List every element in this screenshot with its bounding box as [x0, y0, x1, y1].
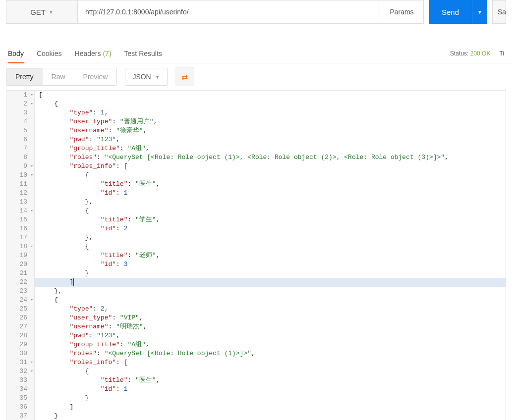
params-button[interactable]: Params [380, 0, 424, 24]
status-value: 200 OK [470, 50, 491, 57]
code-fold-toggle[interactable]: ▾ [29, 207, 33, 215]
chevron-down-icon: ▼ [477, 9, 482, 15]
code-line[interactable]: }, [35, 233, 506, 242]
send-button[interactable]: Send [429, 0, 472, 24]
code-line[interactable]: [ [35, 91, 506, 100]
code-line[interactable]: "type": 2, [35, 305, 506, 314]
line-number: 33 [6, 376, 34, 385]
line-number: 37 [6, 412, 34, 420]
code-line[interactable]: "id": 1 [35, 385, 506, 394]
format-label: JSON [132, 73, 151, 81]
code-line[interactable]: "username": "明瑞杰", [35, 322, 506, 331]
url-input[interactable] [78, 0, 380, 23]
save-button[interactable]: Sa [492, 0, 506, 24]
send-dropdown[interactable]: ▼ [472, 0, 487, 24]
code-line[interactable]: "user_type": "普通用户", [35, 117, 506, 126]
code-line[interactable]: "title": "学生", [35, 215, 506, 224]
tab-headers[interactable]: Headers (7) [75, 44, 112, 63]
code-line[interactable]: { [35, 242, 506, 251]
line-number: 12 [6, 189, 34, 198]
code-line[interactable]: { [35, 367, 506, 376]
line-number: 20 [6, 260, 34, 269]
time-label: Ti [499, 50, 504, 57]
line-number: 6 [6, 135, 34, 144]
line-number: 7 [6, 144, 34, 153]
code-line[interactable]: } [35, 269, 506, 278]
code-fold-toggle[interactable]: ▾ [29, 171, 33, 180]
line-number: 11 [6, 180, 34, 189]
tab-body[interactable]: Body [8, 44, 24, 63]
line-number: 31▾ [6, 358, 34, 367]
wrap-icon: ⇄ [181, 72, 188, 82]
url-input-container [78, 0, 380, 24]
method-select[interactable]: GET ▼ [6, 0, 78, 24]
line-number: 21 [6, 269, 34, 278]
text-cursor [73, 278, 74, 286]
line-number: 4 [6, 117, 34, 126]
line-number: 25 [6, 305, 34, 314]
code-line[interactable]: ] [35, 403, 506, 412]
code-line[interactable]: "roles_info": [ [35, 358, 506, 367]
code-line[interactable]: "pwd": "123", [35, 135, 506, 144]
line-number: 16 [6, 224, 34, 233]
code-line[interactable]: "group_title": "A组", [35, 144, 506, 153]
view-pretty[interactable]: Pretty [6, 68, 43, 85]
code-fold-toggle[interactable]: ▾ [29, 100, 33, 108]
line-number: 19 [6, 251, 34, 260]
code-line[interactable]: ] [35, 278, 506, 287]
code-line[interactable]: { [35, 171, 506, 180]
code-fold-toggle[interactable]: ▾ [29, 162, 33, 171]
code-line[interactable]: "roles": "<QuerySet [<Role: Role object … [35, 153, 506, 162]
tab-cookies[interactable]: Cookies [37, 44, 62, 63]
line-number: 23 [6, 287, 34, 296]
line-number: 30 [6, 349, 34, 358]
status-label: Status: [450, 50, 468, 57]
code-fold-toggle[interactable]: ▾ [29, 367, 33, 376]
code-line[interactable]: }, [35, 287, 506, 296]
code-line[interactable]: }, [35, 198, 506, 207]
code-line[interactable]: { [35, 100, 506, 108]
code-line[interactable]: "id": 3 [35, 260, 506, 269]
line-number: 28 [6, 331, 34, 340]
code-line[interactable]: "title": "医生", [35, 376, 506, 385]
save-label: Sa [498, 8, 506, 16]
line-number: 9▾ [6, 162, 34, 171]
code-line[interactable]: "id": 1 [35, 189, 506, 198]
code-line[interactable]: "group_title": "A组", [35, 340, 506, 349]
code-fold-toggle[interactable]: ▾ [29, 242, 33, 251]
format-select[interactable]: JSON ▼ [125, 68, 167, 86]
code-line[interactable]: "user_type": "VIP", [35, 314, 506, 322]
code-line[interactable]: { [35, 207, 506, 215]
line-number: 3 [6, 108, 34, 117]
line-number: 14▾ [6, 207, 34, 215]
line-number: 5 [6, 126, 34, 135]
code-line[interactable]: "username": "徐豪华", [35, 126, 506, 135]
code-line[interactable]: "pwd": "123", [35, 331, 506, 340]
view-raw[interactable]: Raw [43, 68, 74, 85]
code-line[interactable]: } [35, 412, 506, 420]
line-number: 10▾ [6, 171, 34, 180]
code-line[interactable]: { [35, 296, 506, 305]
response-editor[interactable]: 1▾2▾3456789▾10▾11121314▾15161718▾1920212… [6, 90, 506, 420]
headers-count: (7) [103, 50, 111, 57]
view-preview[interactable]: Preview [74, 68, 117, 85]
code-line[interactable]: "title": "老师", [35, 251, 506, 260]
line-number: 27 [6, 322, 34, 331]
code-line[interactable]: "roles_info": [ [35, 162, 506, 171]
code-line[interactable]: "title": "医生", [35, 180, 506, 189]
code-fold-toggle[interactable]: ▾ [29, 91, 33, 100]
line-number: 15 [6, 215, 34, 224]
code-line[interactable]: "id": 2 [35, 224, 506, 233]
code-fold-toggle[interactable]: ▾ [29, 296, 33, 305]
wrap-lines-button[interactable]: ⇄ [175, 67, 194, 86]
code-line[interactable]: } [35, 394, 506, 403]
code-fold-toggle[interactable]: ▾ [29, 358, 33, 367]
code-line[interactable]: "type": 1, [35, 108, 506, 117]
chevron-down-icon: ▼ [49, 9, 54, 15]
line-number: 35 [6, 394, 34, 403]
code-line[interactable]: "roles": "<QuerySet [<Role: Role object … [35, 349, 506, 358]
line-number: 24▾ [6, 296, 34, 305]
line-number: 18▾ [6, 242, 34, 251]
tab-test-results[interactable]: Test Results [124, 44, 162, 63]
send-label: Send [442, 8, 459, 16]
